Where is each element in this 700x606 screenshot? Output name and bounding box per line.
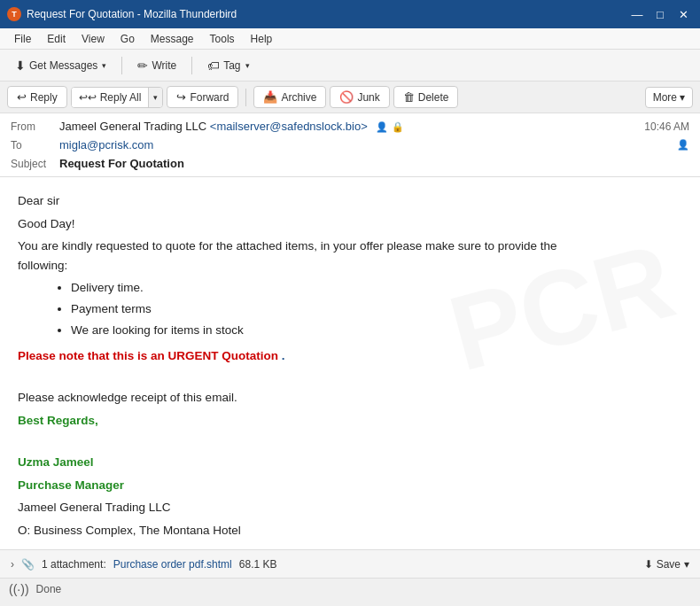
ack-line: Please acknowledge receipt of this email… xyxy=(18,388,682,408)
reply-label: Reply xyxy=(30,91,58,104)
write-button[interactable]: ✏ Write xyxy=(129,54,184,77)
menu-file[interactable]: File xyxy=(7,31,38,47)
to-contact-icon[interactable]: 👤 xyxy=(677,139,689,151)
window-controls[interactable]: — □ ✕ xyxy=(627,4,693,24)
junk-label: Junk xyxy=(357,91,379,104)
menu-bar: File Edit View Go Message Tools Help xyxy=(0,28,700,50)
forward-label: Forward xyxy=(190,91,229,104)
paperclip-icon: 📎 xyxy=(21,558,35,571)
subject-row: Subject Request For Quotation xyxy=(11,154,689,173)
body-greeting2: Good Day! xyxy=(18,214,682,234)
from-email[interactable]: <mailserver@safednslock.bio> xyxy=(210,120,368,133)
get-messages-button[interactable]: ⬇ Get Messages ▾ xyxy=(7,54,114,77)
from-name: Jameel General Trading LLC xyxy=(59,120,206,133)
bullet-3: We are looking for items in stock xyxy=(71,321,682,340)
title-bar: T Request For Quotation - Mozilla Thunde… xyxy=(0,0,700,28)
contact-icon[interactable]: 👤 xyxy=(376,121,388,133)
tag-icon: 🏷 xyxy=(207,58,220,73)
write-icon: ✏ xyxy=(137,58,148,73)
archive-button[interactable]: 📥 Archive xyxy=(253,86,326,108)
delete-label: Delete xyxy=(418,91,449,104)
reply-all-split[interactable]: ↩↩ Reply All ▾ xyxy=(71,87,164,108)
tag-label: Tag xyxy=(223,59,240,72)
menu-message[interactable]: Message xyxy=(144,31,201,47)
reply-all-label: Reply All xyxy=(100,91,142,104)
body-intro: You are kindly requested to quote for th… xyxy=(18,237,682,275)
get-messages-label: Get Messages xyxy=(29,59,97,72)
wifi-icon: ((·)) xyxy=(9,582,29,596)
reply-icon: ↩ xyxy=(17,90,27,104)
email-time: 10:46 AM xyxy=(644,120,689,133)
app-icon: T xyxy=(7,7,21,21)
menu-view[interactable]: View xyxy=(74,31,112,47)
tag-button[interactable]: 🏷 Tag ▾ xyxy=(199,54,257,77)
regards-line: Best Regards, xyxy=(18,411,682,431)
lock-icon: 🔒 xyxy=(392,121,404,133)
subject-label: Subject xyxy=(11,158,59,170)
main-toolbar: ⬇ Get Messages ▾ ✏ Write 🏷 Tag ▾ xyxy=(0,50,700,82)
get-messages-arrow: ▾ xyxy=(102,61,106,70)
status-text: Done xyxy=(36,583,62,595)
menu-edit[interactable]: Edit xyxy=(40,31,73,47)
reply-all-button[interactable]: ↩↩ Reply All xyxy=(72,88,149,107)
sender-address: Furujah - UAE xyxy=(18,544,682,550)
reply-all-dropdown[interactable]: ▾ xyxy=(148,88,162,107)
from-icons: 👤 🔒 xyxy=(376,121,404,133)
delete-icon: 🗑 xyxy=(403,90,415,104)
menu-go[interactable]: Go xyxy=(113,31,142,47)
bullet-1: Delivery time. xyxy=(71,278,682,298)
attachment-bar: › 📎 1 attachment: Purchase order pdf.sht… xyxy=(0,549,700,578)
email-header: ↩ Reply ↩↩ Reply All ▾ ↪ Forward 📥 Archi… xyxy=(0,82,700,177)
bullet-list: Delivery time. Payment terms We are look… xyxy=(71,278,682,339)
minimize-button[interactable]: — xyxy=(627,4,647,24)
junk-button[interactable]: 🚫 Junk xyxy=(330,86,389,108)
forward-button[interactable]: ↪ Forward xyxy=(167,86,238,108)
save-label: Save xyxy=(657,558,681,571)
from-label: From xyxy=(11,120,59,133)
titlebar-left: T Request For Quotation - Mozilla Thunde… xyxy=(7,7,237,21)
maximize-button[interactable]: □ xyxy=(650,4,670,24)
urgent-text: Please note that this is an URGENT Quota… xyxy=(18,349,278,362)
attachment-expand-arrow[interactable]: › xyxy=(11,558,14,571)
archive-icon: 📥 xyxy=(263,90,277,104)
download-icon: ⬇ xyxy=(644,558,653,571)
bullet-2: Payment terms xyxy=(71,299,682,319)
to-label: To xyxy=(11,139,59,152)
more-arrow: ▾ xyxy=(680,91,685,104)
toolbar-separator-2 xyxy=(191,57,192,74)
archive-label: Archive xyxy=(281,91,316,104)
junk-icon: 🚫 xyxy=(339,90,354,104)
menu-help[interactable]: Help xyxy=(244,31,280,47)
attachment-filename[interactable]: Purchase order pdf.shtml xyxy=(113,558,232,571)
reply-all-icon: ↩↩ xyxy=(79,91,97,104)
window-title: Request For Quotation - Mozilla Thunderb… xyxy=(27,8,237,20)
menu-tools[interactable]: Tools xyxy=(203,31,242,47)
sender-company: Jameel General Trading LLC xyxy=(18,498,682,517)
get-messages-icon: ⬇ xyxy=(15,58,26,73)
attachment-count: 1 attachment: xyxy=(42,558,106,571)
tag-arrow: ▾ xyxy=(245,61,250,70)
more-label: More xyxy=(653,91,677,104)
close-button[interactable]: ✕ xyxy=(673,4,693,24)
reply-button[interactable]: ↩ Reply xyxy=(7,86,67,108)
sender-title: Purchase Manager xyxy=(18,476,682,495)
from-value: Jameel General Trading LLC <mailserver@s… xyxy=(59,120,644,133)
header-fields: From Jameel General Trading LLC <mailser… xyxy=(0,113,700,176)
attachment-size: 68.1 KB xyxy=(239,558,277,571)
sender-name: Uzma Jameel xyxy=(18,453,682,472)
sender-office: O: Business Complex, The Montana Hotel xyxy=(18,521,682,540)
forward-icon: ↪ xyxy=(176,90,186,104)
write-label: Write xyxy=(152,59,176,72)
action-separator-1 xyxy=(245,89,246,106)
more-button[interactable]: More ▾ xyxy=(645,87,693,108)
action-bar: ↩ Reply ↩↩ Reply All ▾ ↪ Forward 📥 Archi… xyxy=(0,82,700,113)
from-row: From Jameel General Trading LLC <mailser… xyxy=(11,117,689,136)
save-button[interactable]: ⬇ Save ▾ xyxy=(644,558,689,571)
status-bar: ((·)) Done xyxy=(0,578,700,599)
delete-button[interactable]: 🗑 Delete xyxy=(393,86,459,108)
save-arrow[interactable]: ▾ xyxy=(684,558,689,571)
urgent-line: Please note that this is an URGENT Quota… xyxy=(18,346,682,366)
to-value[interactable]: migla@pcrisk.com xyxy=(59,138,677,152)
subject-value: Request For Quotation xyxy=(59,157,689,170)
body-greeting1: Dear sir xyxy=(18,191,682,211)
